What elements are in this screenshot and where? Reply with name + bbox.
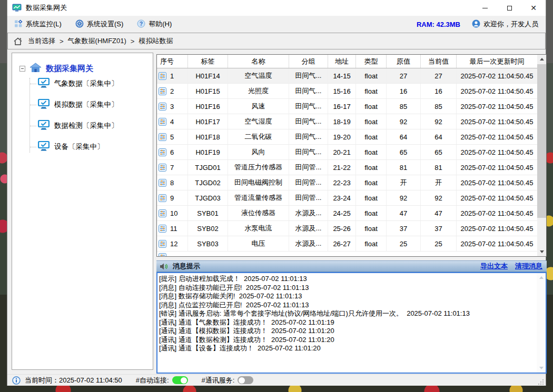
cell-update-time: 2025-07-02 11:04:50.45 xyxy=(457,160,537,175)
menu-system-monitor[interactable]: 系统监控(L) xyxy=(7,16,68,33)
cell-name: 管道压力传感器 xyxy=(228,160,289,175)
menu-system-settings[interactable]: 系统设置(S) xyxy=(68,16,130,33)
tree-item[interactable]: 模拟数据〔采集中〕 xyxy=(30,99,153,110)
log-line: [错误] 通讯服务启动: 通常每个套接字地址(协议/网络地址/端口)只允许使用一… xyxy=(159,309,536,318)
menu-help[interactable]: ? 帮助(H) xyxy=(130,16,179,33)
cell-current-value: 37 xyxy=(421,221,457,236)
clear-messages-link[interactable]: 清理消息 xyxy=(515,262,542,271)
tree-item[interactable]: 气象数据〔采集中〕 xyxy=(30,78,153,89)
column-header[interactable]: 最后一次更新时间 xyxy=(457,55,537,68)
cell-name: 风速 xyxy=(228,99,289,114)
point-sliders-icon xyxy=(159,253,166,256)
table-row[interactable]: 9 TJGD03 管道流量传感器 田间管... 23-24 float 92 9… xyxy=(157,190,537,206)
cell-update-time: 2025-07-02 11:04:50.45 xyxy=(457,129,537,144)
table-row[interactable]: 2 H01F15 光照度 田间气... 15-16 float 16 16 20… xyxy=(157,84,537,99)
column-header[interactable]: 名称 xyxy=(228,55,289,68)
minimize-button[interactable] xyxy=(473,0,497,16)
app-icon xyxy=(12,4,22,12)
breadcrumb-root[interactable]: 当前选择 xyxy=(28,36,55,46)
log-line: [通讯] 通道【模拟数据】连接成功！ 2025-07-02 11:01:20 xyxy=(159,327,536,336)
cell-group: 田间气... xyxy=(289,84,328,98)
cell-type: float xyxy=(356,190,387,205)
cell-address: 21-22 xyxy=(328,160,356,175)
table-row[interactable]: 8 TJGD02 田间电磁阀控制 田间管... 22-23 float 开 开 … xyxy=(157,175,537,190)
cell-update-time: 2025-07-02 11:04:50.45 xyxy=(457,190,537,205)
message-scrollbar[interactable] xyxy=(537,273,546,373)
column-header[interactable]: 标签 xyxy=(188,55,228,68)
cell-tag: TJGD01 xyxy=(188,160,228,175)
log-line: [消息] 数据存储功能关闭! 2025-07-02 11:01:13 xyxy=(159,292,536,301)
tree-items: 气象数据〔采集中〕 模拟数据〔采集中〕 xyxy=(29,78,153,153)
cell-current-value: 开 xyxy=(421,175,457,190)
cell-name: 电压 xyxy=(228,236,289,251)
tree-root-label: 数据采集网关 xyxy=(46,64,93,74)
maximize-button[interactable] xyxy=(497,0,521,16)
tree-item[interactable]: 数据检测〔采集中〕 xyxy=(30,120,153,132)
column-header[interactable]: 地址 xyxy=(328,55,356,68)
log-line: [通讯] 通道【气象数据】连接成功！ 2025-07-02 11:01:19 xyxy=(159,318,536,327)
table-scrollbar[interactable] xyxy=(537,55,546,256)
cell-group: 水源及... xyxy=(289,206,328,220)
cell-current-value: 65 xyxy=(421,145,457,159)
export-text-link[interactable]: 导出文本 xyxy=(480,262,508,271)
comm-service-label: #通讯服务: xyxy=(202,376,235,385)
cell-current-value: 27 xyxy=(421,68,457,83)
cell-index: 4 xyxy=(170,118,174,126)
scroll-up-icon[interactable] xyxy=(537,273,546,282)
column-header[interactable]: 当前值 xyxy=(421,55,457,68)
column-header[interactable]: 类型 xyxy=(356,55,387,68)
cell-tag: SYB01 xyxy=(188,206,228,220)
cell-type: float xyxy=(356,114,387,129)
cell-index: 12 xyxy=(170,240,177,248)
log-line: [提示] 启动进程加载完成！ 2025-07-02 11:01:13 xyxy=(159,275,536,284)
cell-update-time: 2025-07-02 11:04:50.45 xyxy=(457,206,537,220)
tree-root-node[interactable]: 数据采集网关 xyxy=(19,63,153,75)
collapse-icon[interactable] xyxy=(19,66,25,72)
table-row[interactable]: 1 H01F14 空气温度 田间气... 14-15 float 27 27 2… xyxy=(157,68,537,84)
table-row[interactable]: 10 SYB01 液位传感器 水源及... 24-25 float 47 47 … xyxy=(157,206,537,221)
sidebar-tree-panel: 数据采集网关 气象数据〔采集中〕 xyxy=(12,53,153,370)
cell-group: 水源及... xyxy=(289,236,328,251)
scroll-down-icon[interactable] xyxy=(537,364,546,373)
point-sliders-icon xyxy=(159,87,166,95)
table-row[interactable]: 6 H01F19 风向 田间气... 20-21 float 65 65 202… xyxy=(157,145,537,160)
scrollbar-thumb[interactable] xyxy=(537,64,546,218)
cell-current-value: 64 xyxy=(421,129,457,144)
speaker-icon xyxy=(160,263,169,270)
breadcrumb-item[interactable]: 气象数据(HMFZ01) xyxy=(68,36,126,46)
info-icon xyxy=(12,376,21,385)
table-row[interactable]: 7 TJGD01 管道压力传感器 田间管... 21-22 float 81 8… xyxy=(157,160,537,175)
scroll-up-icon[interactable] xyxy=(537,55,546,64)
cell-group: 田间气... xyxy=(289,129,328,144)
cell-group: 田间气... xyxy=(289,114,328,129)
cell-update-time: 2025-07-02 11:04:50.45 xyxy=(457,114,537,129)
comm-service-toggle[interactable] xyxy=(238,376,253,384)
point-sliders-icon xyxy=(159,133,166,141)
cell-group: 水源及... xyxy=(289,221,328,236)
table-row[interactable]: 5 H01F18 二氧化碳 田间气... 19-20 float 64 64 2… xyxy=(157,129,537,145)
auto-connect-toggle[interactable] xyxy=(172,376,188,384)
cell-address: 14-15 xyxy=(328,68,356,83)
cell-name: 风向 xyxy=(228,145,289,159)
column-header[interactable]: 分组 xyxy=(289,55,328,68)
scroll-down-icon[interactable] xyxy=(537,247,546,256)
cell-type: float xyxy=(356,145,387,159)
column-header[interactable]: 原值 xyxy=(387,55,421,68)
cell-type: float xyxy=(356,236,387,251)
help-icon: ? xyxy=(137,19,145,29)
tree-item[interactable]: 设备〔采集中〕 xyxy=(30,141,153,153)
table-row[interactable]: 3 H01F16 风速 田间气... 16-17 float 85 85 202… xyxy=(157,99,537,114)
cell-address: 16-17 xyxy=(328,99,356,114)
table-row[interactable]: 4 H01F17 空气湿度 田间气... 18-19 float 92 92 2… xyxy=(157,114,537,129)
cell-tag: H01F18 xyxy=(188,129,228,144)
resize-grip-icon[interactable] xyxy=(537,378,545,386)
point-sliders-icon xyxy=(159,164,166,172)
cell-tag: TJGD02 xyxy=(188,175,228,190)
close-button[interactable]: ✕ xyxy=(521,0,546,16)
breadcrumb-item[interactable]: 模拟站数据 xyxy=(139,36,173,46)
table-row[interactable]: 12 SYB03 电压 水源及... 26-27 float 25 25 202… xyxy=(157,236,537,252)
monitor-grid-icon xyxy=(14,19,23,29)
table-row[interactable]: 11 SYB02 水泵电流 水源及... 25-26 float 37 37 2… xyxy=(157,221,537,236)
column-header[interactable]: 序号 xyxy=(157,55,188,68)
tree-item-label: 模拟数据〔采集中〕 xyxy=(54,100,118,109)
